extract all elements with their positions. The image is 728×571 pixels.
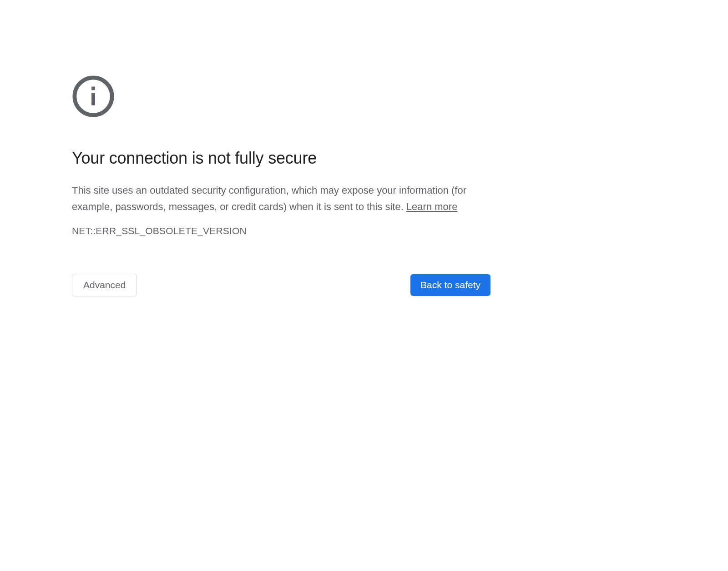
- advanced-button[interactable]: Advanced: [72, 274, 137, 296]
- error-code: NET::ERR_SSL_OBSOLETE_VERSION: [72, 225, 490, 236]
- page-title: Your connection is not fully secure: [72, 149, 490, 168]
- security-interstitial: Your connection is not fully secure This…: [72, 0, 490, 296]
- info-icon: [72, 75, 490, 118]
- warning-description: This site uses an outdated security conf…: [72, 182, 490, 215]
- learn-more-link[interactable]: Learn more: [406, 201, 458, 212]
- svg-rect-1: [91, 86, 95, 90]
- svg-rect-2: [91, 93, 95, 105]
- back-to-safety-button[interactable]: Back to safety: [410, 274, 490, 296]
- button-row: Advanced Back to safety: [72, 274, 490, 296]
